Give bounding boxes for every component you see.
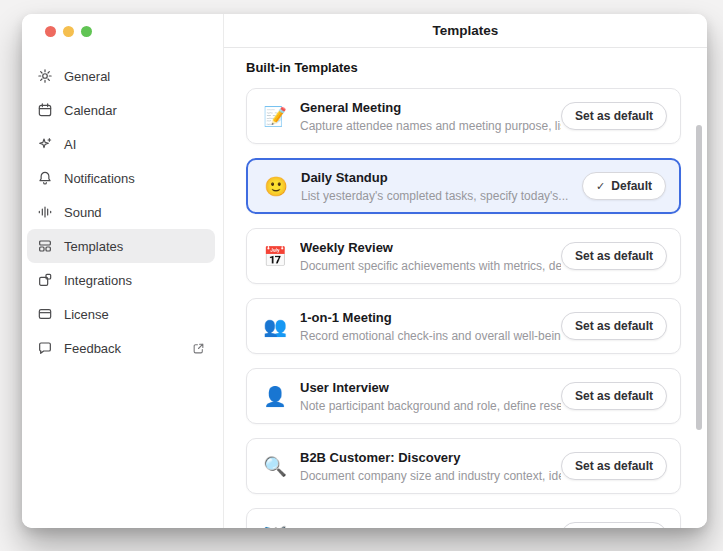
set-as-default-button[interactable]: Set as default: [561, 312, 667, 340]
template-card-user-interview[interactable]: 👤 User Interview Note participant backgr…: [246, 368, 681, 424]
default-badge-button[interactable]: ✓ Default: [582, 172, 666, 200]
sidebar-item-label: AI: [64, 137, 76, 152]
template-description: Record emotional check-ins and overall w…: [300, 329, 561, 343]
sidebar-item-integrations[interactable]: Integrations: [27, 263, 215, 297]
scrollbar[interactable]: [696, 125, 702, 430]
sidebar-item-label: Calendar: [64, 103, 117, 118]
template-name: B2B Customer: Discovery: [300, 450, 561, 466]
two-people-emoji: 👥: [262, 317, 288, 336]
template-card-1-on-1-meeting[interactable]: 👥 1-on-1 Meeting Record emotional check-…: [246, 298, 681, 354]
magnifier-emoji: 🔍: [262, 457, 288, 476]
memo-emoji: 📝: [262, 107, 288, 126]
sidebar-item-calendar[interactable]: Calendar: [27, 93, 215, 127]
main-pane: Templates Built-in Templates 📝 General M…: [224, 14, 707, 528]
check-icon: ✓: [596, 181, 605, 192]
template-name: Weekly Review: [300, 240, 561, 256]
sidebar-item-label: License: [64, 307, 109, 322]
template-description: Document company size and industry conte…: [300, 469, 561, 483]
template-card-b2b-discovery[interactable]: 🔍 B2B Customer: Discovery Document compa…: [246, 438, 681, 494]
sidebar-item-notifications[interactable]: Notifications: [27, 161, 215, 195]
template-description: List yesterday's completed tasks, specif…: [301, 189, 568, 203]
sidebar-item-feedback[interactable]: Feedback: [27, 331, 215, 365]
template-name: General Meeting: [300, 100, 561, 116]
sidebar: General Calendar AI: [22, 14, 224, 528]
sidebar-item-label: Feedback: [64, 341, 121, 356]
template-description: Capture attendee names and meeting purpo…: [300, 119, 561, 133]
sidebar-item-templates[interactable]: Templates: [27, 229, 215, 263]
sidebar-item-label: Sound: [64, 205, 102, 220]
sparkles-icon: [37, 136, 53, 152]
sidebar-item-ai[interactable]: AI: [27, 127, 215, 161]
page-title: Templates: [433, 23, 499, 38]
gear-icon: [37, 68, 53, 84]
feedback-bubble-icon: [37, 340, 53, 356]
set-as-default-button[interactable]: Set as default: [561, 452, 667, 480]
section-title: Built-in Templates: [246, 60, 681, 76]
template-card-daily-standup[interactable]: 🙂 Daily Standup List yesterday's complet…: [246, 158, 681, 214]
calendar-icon: [37, 102, 53, 118]
integrations-icon: [37, 272, 53, 288]
external-link-icon: [192, 342, 205, 355]
template-description: Document specific achievements with metr…: [300, 259, 561, 273]
sidebar-item-label: Templates: [64, 239, 123, 254]
sidebar-item-license[interactable]: License: [27, 297, 215, 331]
template-name: 1-on-1 Meeting: [300, 310, 561, 326]
sidebar-item-general[interactable]: General: [27, 59, 215, 93]
bell-icon: [37, 170, 53, 186]
license-card-icon: [37, 306, 53, 322]
template-name: Daily Standup: [301, 170, 568, 186]
traffic-lights: [45, 26, 223, 37]
sidebar-item-sound[interactable]: Sound: [27, 195, 215, 229]
sound-wave-icon: [37, 204, 53, 220]
set-as-default-button[interactable]: Set as default: [561, 522, 667, 528]
sidebar-nav: General Calendar AI: [22, 59, 223, 365]
smiley-emoji: 🙂: [263, 177, 289, 196]
template-card-b2b-pilot[interactable]: ✈️ B2B Customer: Pilot Set as default: [246, 508, 681, 528]
close-window-button[interactable]: [45, 26, 56, 37]
templates-grid-icon: [37, 238, 53, 254]
calendar-emoji: 📅: [262, 247, 288, 266]
title-bar: Templates: [224, 14, 707, 48]
set-as-default-button[interactable]: Set as default: [561, 382, 667, 410]
template-card-weekly-review[interactable]: 📅 Weekly Review Document specific achiev…: [246, 228, 681, 284]
template-card-general-meeting[interactable]: 📝 General Meeting Capture attendee names…: [246, 88, 681, 144]
template-name: B2B Customer: Pilot: [300, 527, 426, 529]
template-name: User Interview: [300, 380, 561, 396]
sidebar-item-label: Integrations: [64, 273, 132, 288]
set-as-default-button[interactable]: Set as default: [561, 102, 667, 130]
airplane-emoji: ✈️: [262, 527, 288, 529]
sidebar-item-label: General: [64, 69, 110, 84]
template-description: Note participant background and role, de…: [300, 399, 561, 413]
minimize-window-button[interactable]: [63, 26, 74, 37]
templates-list: Built-in Templates 📝 General Meeting Cap…: [224, 48, 707, 528]
settings-window: General Calendar AI: [22, 14, 707, 528]
person-emoji: 👤: [262, 387, 288, 406]
set-as-default-button[interactable]: Set as default: [561, 242, 667, 270]
sidebar-item-label: Notifications: [64, 171, 135, 186]
zoom-window-button[interactable]: [81, 26, 92, 37]
